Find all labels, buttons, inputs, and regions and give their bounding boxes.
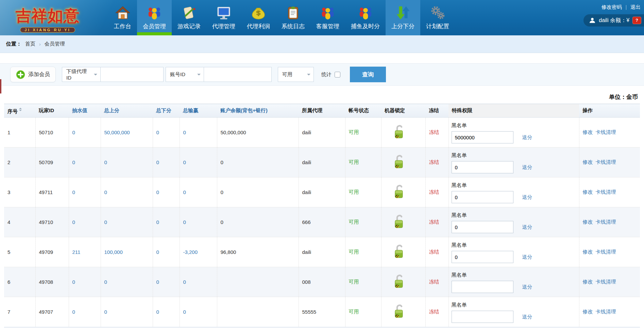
status-select-value: 可用: [282, 71, 292, 78]
edit-link[interactable]: 修改: [583, 249, 593, 255]
lock-open-icon[interactable]: [393, 184, 405, 200]
breadcrumb: 位置： 首页 › 会员管理: [0, 35, 644, 53]
nav-item-label: 会员管理: [143, 22, 166, 30]
topbar-links: 修改密码 退出: [601, 4, 641, 11]
cell-status: 可用: [345, 237, 381, 267]
cell-total-winloss: 0: [180, 177, 217, 207]
clear-line-link[interactable]: 卡线清理: [596, 309, 616, 314]
clear-line-link[interactable]: 卡线清理: [596, 189, 616, 195]
status-select[interactable]: 可用: [278, 67, 314, 82]
plus-icon: [16, 70, 25, 79]
edit-link[interactable]: 修改: [583, 129, 593, 135]
nav-item-2[interactable]: 会员管理: [137, 0, 172, 35]
freeze-link[interactable]: 冻结: [429, 189, 439, 195]
score-input[interactable]: [452, 191, 513, 203]
give-score-link[interactable]: 送分: [522, 134, 532, 141]
sort-caret-icon: [19, 106, 22, 113]
col-header-3[interactable]: 抽水值: [69, 104, 101, 118]
freeze-link[interactable]: 冻结: [429, 279, 439, 284]
chevron-down-icon: [94, 74, 97, 77]
table-row: 749707000055555可用冻结黑名单送分修改卡线清理: [4, 297, 640, 327]
give-score-link[interactable]: 送分: [522, 314, 532, 320]
cell-balance: 0: [217, 207, 299, 237]
freeze-link[interactable]: 冻结: [429, 129, 439, 135]
score-input[interactable]: [452, 221, 513, 233]
col-header-2: 玩家ID: [35, 104, 69, 118]
nav-item-label: 代理利润: [247, 22, 270, 30]
col-header-7[interactable]: 账户余额(背包+银行): [217, 104, 299, 118]
lock-open-icon[interactable]: [393, 304, 405, 319]
account-id-select[interactable]: 账号ID: [166, 67, 204, 82]
col-header-6[interactable]: 总输赢: [180, 104, 217, 118]
cell-balance: 50,000,000: [217, 118, 299, 148]
give-score-link[interactable]: 送分: [522, 254, 532, 260]
give-score-link[interactable]: 送分: [522, 284, 532, 290]
lock-open-icon[interactable]: [393, 244, 405, 259]
left-edge-marker: [0, 79, 1, 93]
cell-index: 2: [4, 148, 35, 177]
change-password-link[interactable]: 修改密码: [601, 4, 622, 11]
cell-status: 可用: [345, 177, 381, 207]
stat-checkbox[interactable]: [335, 72, 340, 77]
table-row: 6497080000008可用冻结黑名单送分修改卡线清理: [4, 267, 640, 297]
clear-line-link[interactable]: 卡线清理: [596, 129, 616, 135]
score-input[interactable]: [452, 131, 513, 143]
breadcrumb-home[interactable]: 首页: [25, 41, 35, 47]
freeze-link[interactable]: 冻结: [429, 249, 439, 255]
freeze-link[interactable]: 冻结: [429, 219, 439, 225]
nav-item-label: 捕鱼及时分: [351, 22, 380, 30]
clear-line-link[interactable]: 卡线清理: [596, 249, 616, 255]
score-input[interactable]: [452, 161, 513, 173]
edit-link[interactable]: 修改: [583, 219, 593, 225]
col-header-5[interactable]: 总下分: [153, 104, 180, 118]
nav-item-5[interactable]: 代理利润: [241, 0, 276, 35]
score-input[interactable]: [452, 281, 513, 293]
nav-item-3[interactable]: 游戏记录: [172, 0, 206, 35]
nav-item-label: 代理管理: [212, 22, 235, 30]
nav-item-1[interactable]: 工作台: [108, 0, 137, 35]
search-button[interactable]: 查询: [350, 67, 386, 82]
score-input[interactable]: [452, 251, 513, 263]
nav-item-4[interactable]: 代理管理: [206, 0, 241, 35]
give-score-link[interactable]: 送分: [522, 194, 532, 201]
clear-line-link[interactable]: 卡线清理: [596, 219, 616, 225]
clear-line-link[interactable]: 卡线清理: [596, 159, 616, 165]
cell-actions: 修改卡线清理: [579, 237, 640, 267]
filter-panel: 添加会员 下级代理ID 账号ID 可用 统计 查询: [0, 63, 644, 86]
breadcrumb-current[interactable]: 会员管理: [45, 41, 65, 47]
lock-open-icon[interactable]: [393, 274, 405, 289]
edit-link[interactable]: 修改: [583, 279, 593, 284]
blacklist-label: 黑名单: [452, 242, 579, 248]
col-header-9: 帐号状态: [345, 104, 381, 118]
lock-open-icon[interactable]: [393, 214, 405, 229]
edit-link[interactable]: 修改: [583, 189, 593, 195]
add-member-button[interactable]: 添加会员: [10, 67, 56, 82]
nav-item-10[interactable]: 计划配置: [420, 0, 455, 35]
nav-item-9[interactable]: 上分下分: [386, 0, 420, 35]
agent-id-input[interactable]: [100, 67, 164, 82]
logout-link[interactable]: 退出: [630, 4, 641, 11]
agent-id-select[interactable]: 下级代理ID: [62, 67, 101, 82]
nav-item-label: 工作台: [114, 22, 131, 30]
lock-open-icon[interactable]: [393, 154, 405, 170]
freeze-link[interactable]: 冻结: [429, 309, 439, 314]
col-header-8: 所属代理: [299, 104, 345, 118]
agent-id-select-value: 下级代理ID: [66, 68, 91, 81]
blacklist-label: 黑名单: [452, 152, 579, 159]
give-score-link[interactable]: 送分: [522, 164, 532, 171]
nav-item-8[interactable]: 捕鱼及时分: [345, 0, 386, 35]
account-id-input[interactable]: [204, 67, 272, 82]
col-header-1[interactable]: 序号: [4, 104, 35, 118]
edit-link[interactable]: 修改: [583, 159, 593, 165]
clear-line-link[interactable]: 卡线清理: [596, 279, 616, 284]
nav-item-7[interactable]: 客服管理: [310, 0, 345, 35]
col-header-4[interactable]: 总上分: [101, 104, 153, 118]
score-input[interactable]: [452, 311, 513, 323]
cell-total-down: 0: [153, 267, 180, 297]
edit-link[interactable]: 修改: [583, 309, 593, 314]
lock-open-icon[interactable]: [393, 124, 405, 140]
nav-item-6[interactable]: 系统日志: [276, 0, 310, 35]
cell-machine-lock: [381, 267, 425, 297]
freeze-link[interactable]: 冻结: [429, 159, 439, 165]
give-score-link[interactable]: 送分: [522, 224, 532, 230]
